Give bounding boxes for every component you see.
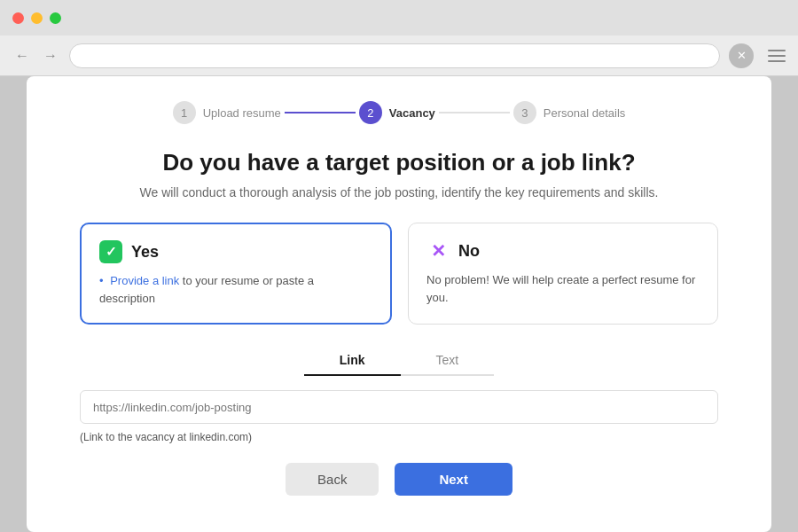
no-card-title: No <box>458 242 480 261</box>
titlebar <box>0 0 798 35</box>
close-traffic-light[interactable] <box>12 12 24 24</box>
step-line-2 <box>439 112 510 113</box>
menu-button[interactable] <box>768 50 786 62</box>
step-line-1 <box>285 112 356 113</box>
step-1-label: Upload resume <box>203 106 281 120</box>
x-icon: ✕ <box>737 49 747 62</box>
step-3-circle: 3 <box>513 101 536 124</box>
yes-card[interactable]: ✓ Yes • Provide a link to your resume or… <box>80 223 392 325</box>
page-title: Do you have a target position or a job l… <box>80 149 718 176</box>
address-bar[interactable] <box>69 43 720 68</box>
maximize-traffic-light[interactable] <box>50 12 61 24</box>
back-nav-button[interactable]: ← <box>12 46 32 66</box>
back-arrow-icon: ← <box>15 48 29 64</box>
step-3: 3 Personal details <box>513 101 626 124</box>
step-2-label: Vacancy <box>389 106 435 120</box>
no-card-description: No problem! We will help create a perfec… <box>426 271 700 306</box>
action-buttons: Back Next <box>80 463 718 496</box>
next-button[interactable]: Next <box>395 463 512 496</box>
url-input[interactable] <box>80 390 718 424</box>
forward-nav-button[interactable]: → <box>41 46 60 66</box>
yes-card-title: Yes <box>131 243 159 262</box>
step-3-label: Personal details <box>544 106 626 120</box>
step-1-circle: 1 <box>173 101 196 124</box>
step-1: 1 Upload resume <box>173 101 281 124</box>
step-2-circle: 2 <box>359 101 382 124</box>
option-cards: ✓ Yes • Provide a link to your resume or… <box>80 223 718 325</box>
stepper: 1 Upload resume 2 Vacancy 3 Personal det… <box>80 101 718 124</box>
yes-checkmark-icon: ✓ <box>99 240 122 263</box>
text-tab[interactable]: Text <box>401 346 495 376</box>
browser-chrome: ← → ✕ <box>0 35 798 76</box>
step-2: 2 Vacancy <box>359 101 435 124</box>
link-tab[interactable]: Link <box>304 346 401 376</box>
yes-card-description: • Provide a link to your resume or paste… <box>99 272 372 307</box>
input-tabs: Link Text <box>80 346 718 376</box>
main-content: 1 Upload resume 2 Vacancy 3 Personal det… <box>27 76 771 532</box>
forward-arrow-icon: → <box>43 48 58 64</box>
page-subtitle: We will conduct a thorough analysis of t… <box>80 185 718 200</box>
url-input-row <box>80 390 718 424</box>
back-button[interactable]: Back <box>286 463 379 496</box>
no-x-icon: ✕ <box>426 239 450 262</box>
minimize-traffic-light[interactable] <box>31 12 43 24</box>
no-card[interactable]: ✕ No No problem! We will help create a p… <box>408 223 718 325</box>
input-hint: (Link to the vacancy at linkedin.com) <box>80 431 718 443</box>
browser-close-button[interactable]: ✕ <box>729 43 754 68</box>
